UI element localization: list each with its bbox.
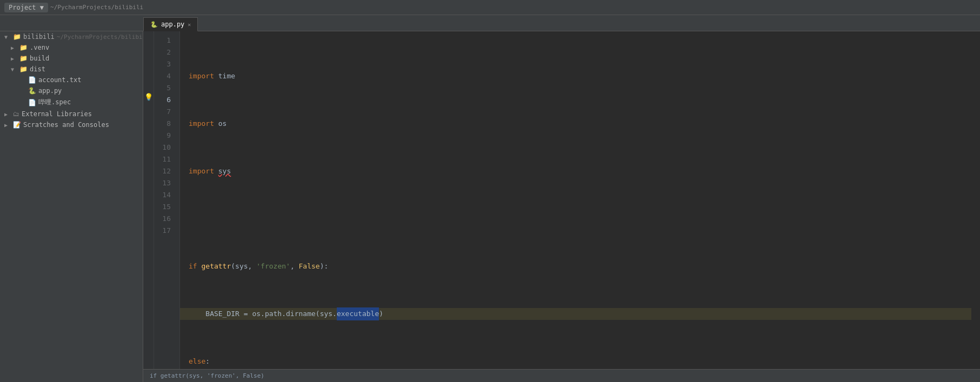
- chevron-down-icon: ▼: [11, 66, 17, 72]
- sidebar-label-extlibs: External Libraries: [22, 110, 92, 118]
- highlighted-executable: executable: [337, 307, 379, 320]
- line-num-3: 3: [154, 58, 175, 70]
- scratches-icon: 📝: [13, 121, 21, 129]
- dist-icon: 📁: [19, 65, 28, 73]
- tab-file-icon: 🐍: [150, 21, 158, 28]
- keyword-import-2: import: [189, 118, 214, 130]
- venv-icon: 📁: [19, 44, 28, 51]
- line-num-7: 7: [154, 106, 175, 118]
- gutter-line-6: 💡: [143, 91, 154, 103]
- sidebar-item-apppy[interactable]: ▶ 🐍 app.py: [0, 85, 143, 96]
- sidebar: ▼ 📁 bilibili ~/PycharmProjects/bilibili …: [0, 31, 143, 382]
- sidebar-path-bilibili: ~/PycharmProjects/bilibili: [57, 33, 143, 41]
- file-icon: 📄: [28, 76, 36, 84]
- line-num-11: 11: [154, 153, 175, 165]
- code-line-3: import sys: [189, 165, 980, 177]
- sidebar-label-scratches: Scratches and Consoles: [23, 121, 109, 129]
- code-line-6: BASE_DIR = os.path.dirname(sys.executabl…: [180, 308, 971, 320]
- spec-icon: 📄: [28, 99, 36, 106]
- line-num-15: 15: [154, 201, 175, 213]
- gutter-line-17: [143, 222, 154, 233]
- code-line-5: if getattr (sys, 'frozen' , False ):: [189, 260, 980, 272]
- sidebar-label-account: account.txt: [38, 76, 81, 84]
- line-num-13: 13: [154, 177, 175, 189]
- gutter-line-3: [143, 55, 154, 67]
- line-num-17: 17: [154, 225, 175, 237]
- chevron-right-icon: ▶: [11, 56, 17, 62]
- line-num-2: 2: [154, 46, 175, 58]
- sidebar-label-apppy: app.py: [38, 87, 62, 95]
- main-layout: ▼ 📁 bilibili ~/PycharmProjects/bilibili …: [0, 31, 980, 382]
- sidebar-item-dist[interactable]: ▼ 📁 dist: [0, 64, 143, 75]
- line-num-12: 12: [154, 165, 175, 177]
- keyword-import-1: import: [189, 70, 214, 82]
- line-num-5: 5: [154, 82, 175, 94]
- tab-apppy[interactable]: 🐍 app.py ✕: [143, 17, 198, 31]
- sidebar-item-bilibili[interactable]: ▼ 📁 bilibili ~/PycharmProjects/bilibili: [0, 31, 143, 42]
- tab-label: app.py: [161, 21, 184, 28]
- build-icon: 📁: [19, 55, 28, 62]
- line-numbers: 1 2 3 4 5 6 7 8 9 10 11 12 13 14 15 16 1…: [154, 31, 180, 369]
- sidebar-label-build: build: [30, 55, 49, 62]
- editor-area: 💡 1 2 3 4 5 6 7: [143, 31, 980, 382]
- code-editor[interactable]: import time import os import sys: [180, 31, 980, 369]
- sidebar-label-dist: dist: [30, 65, 45, 73]
- line-num-4: 4: [154, 70, 175, 82]
- sidebar-item-build[interactable]: ▶ 📁 build: [0, 53, 143, 64]
- sidebar-item-venv[interactable]: ▶ 📁 .venv: [0, 42, 143, 53]
- chevron-right-icon: ▶: [11, 45, 17, 51]
- gutter-line-2: [143, 43, 154, 55]
- sidebar-label-spec: 哔哩.spec: [38, 98, 71, 107]
- gutter-line-10: [143, 138, 154, 150]
- keyword-import-3: import: [189, 165, 214, 177]
- gutter-line-9: [143, 126, 154, 138]
- module-sys: sys: [218, 165, 231, 177]
- line-num-6: 6: [154, 94, 175, 106]
- line-num-1: 1: [154, 35, 175, 46]
- gutter-line-14: [143, 186, 154, 198]
- extlibs-icon: 🗂: [13, 110, 19, 118]
- code-line-1: import time: [189, 70, 980, 82]
- gutter-line-15: [143, 198, 154, 210]
- sidebar-label-bilibili: bilibili: [23, 33, 55, 41]
- chevron-right-icon: ▶: [4, 122, 11, 128]
- sidebar-item-spec[interactable]: ▶ 📄 哔哩.spec: [0, 96, 143, 109]
- project-path: ~/PycharmProjects/bilibili: [50, 4, 143, 11]
- line-num-16: 16: [154, 213, 175, 225]
- title-bar: Project ▼ ~/PycharmProjects/bilibili: [0, 0, 980, 15]
- sidebar-item-scratches[interactable]: ▶ 📝 Scratches and Consoles: [0, 119, 143, 130]
- status-message: if getattr(sys, 'frozen', False): [150, 372, 264, 379]
- gutter-line-13: [143, 174, 154, 186]
- gutter: 💡: [143, 31, 154, 369]
- gutter-line-1: [143, 31, 154, 43]
- chevron-right-icon: ▶: [4, 111, 11, 117]
- chevron-down-icon: ▼: [4, 34, 11, 40]
- gutter-line-7: [143, 103, 154, 115]
- tab-bar: 🐍 app.py ✕: [0, 15, 980, 31]
- gutter-line-11: [143, 150, 154, 162]
- project-label[interactable]: Project ▼: [4, 3, 48, 12]
- line-num-14: 14: [154, 189, 175, 201]
- folder-icon: 📁: [13, 33, 21, 41]
- editor-content[interactable]: 💡 1 2 3 4 5 6 7: [143, 31, 980, 369]
- gutter-line-5: [143, 79, 154, 91]
- gutter-line-16: [143, 210, 154, 222]
- line-num-8: 8: [154, 118, 175, 130]
- status-bar: if getattr(sys, 'frozen', False): [143, 369, 980, 382]
- sidebar-item-account[interactable]: ▶ 📄 account.txt: [0, 75, 143, 85]
- gutter-line-4: [143, 67, 154, 79]
- gutter-line-12: [143, 162, 154, 174]
- tab-close-button[interactable]: ✕: [188, 22, 191, 28]
- line-num-9: 9: [154, 130, 175, 142]
- code-line-7: else :: [189, 356, 980, 367]
- sidebar-item-extlibs[interactable]: ▶ 🗂 External Libraries: [0, 109, 143, 119]
- py-icon: 🐍: [28, 87, 36, 95]
- sidebar-label-venv: .venv: [30, 44, 49, 51]
- line-num-10: 10: [154, 142, 175, 153]
- gutter-line-8: [143, 115, 154, 126]
- code-line-4: [189, 213, 980, 225]
- code-line-2: import os: [189, 118, 980, 130]
